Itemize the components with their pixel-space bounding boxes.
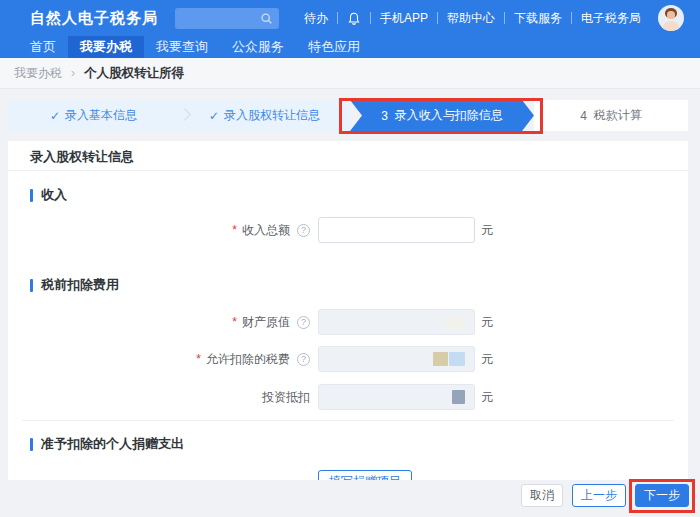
header-top-row: 自然人电子税务局 待办 手机APP 帮助中心 下载服务 电子税务局 — [0, 0, 700, 36]
notification-bell-icon[interactable] — [338, 11, 370, 26]
etax-bureau-link[interactable]: 电子税务局 — [572, 10, 650, 27]
step-4-label: 税款计算 — [594, 107, 642, 124]
prev-step-button[interactable]: 上一步 — [572, 484, 626, 507]
investment-deduction-label-text: 投资抵扣 — [262, 389, 310, 406]
avatar-face — [667, 11, 675, 19]
required-mark: * — [196, 352, 201, 366]
mobile-app-link[interactable]: 手机APP — [371, 10, 437, 27]
breadcrumb-parent[interactable]: 我要办税 — [14, 65, 62, 82]
breadcrumb-separator-icon: › — [71, 66, 75, 80]
property-value-label: * 财产原值 ? — [8, 314, 310, 331]
property-value-input-wrap — [318, 309, 475, 335]
artifact-block — [433, 352, 448, 366]
nav-item-query[interactable]: 我要查询 — [144, 36, 220, 58]
section-accent-bar — [30, 279, 33, 292]
search-box[interactable] — [175, 8, 279, 29]
field-row-property-value: * 财产原值 ? 元 — [8, 309, 688, 335]
required-mark: * — [232, 315, 237, 329]
cancel-button[interactable]: 取消 — [521, 484, 563, 507]
investment-deduction-label: 投资抵扣 — [8, 389, 310, 406]
help-question-icon[interactable]: ? — [297, 224, 310, 237]
step-4-tax-calculation: 4 税款计算 — [534, 100, 688, 131]
app-logo: 自然人电子税务局 — [30, 9, 158, 28]
income-total-input[interactable] — [318, 217, 475, 243]
artifact-block — [449, 352, 465, 366]
search-input[interactable] — [175, 12, 260, 24]
section-deduction-title: 税前扣除费用 — [41, 276, 119, 294]
app-header: 自然人电子税务局 待办 手机APP 帮助中心 下载服务 电子税务局 首页 我要办… — [0, 0, 700, 58]
step-4-number: 4 — [580, 109, 587, 123]
footer-actions: 取消 上一步 下一步 — [521, 484, 689, 507]
fill-donation-button[interactable]: 填写捐赠项目 — [318, 470, 412, 480]
breadcrumb: 我要办税 › 个人股权转让所得 — [0, 58, 700, 89]
step-1-label: 录入基本信息 — [65, 107, 137, 124]
step-wizard: ✓ 录入基本信息 ✓ 录入股权转让信息 3 录入收入与扣除信息 4 税款计算 — [8, 100, 688, 131]
section-accent-bar — [30, 189, 33, 202]
step-2-label: 录入股权转让信息 — [224, 107, 320, 124]
divider — [22, 420, 674, 421]
section-donation-title: 准予扣除的个人捐赠支出 — [41, 435, 184, 453]
section-income-title: 收入 — [41, 186, 67, 204]
form-card: 录入股权转让信息 收入 * 收入总额 ? 元 税前扣除费用 * 财产原值 ? 元 — [8, 141, 688, 480]
next-step-button[interactable]: 下一步 — [635, 484, 689, 507]
step-3-number: 3 — [381, 109, 388, 123]
required-mark: * — [232, 223, 237, 237]
nav-item-public-service[interactable]: 公众服务 — [220, 36, 296, 58]
income-total-unit: 元 — [481, 222, 493, 239]
nav-item-do-tax[interactable]: 我要办税 — [68, 36, 144, 58]
artifact-block — [445, 315, 465, 330]
todo-link[interactable]: 待办 — [295, 10, 337, 27]
nav-item-featured[interactable]: 特色应用 — [296, 36, 372, 58]
user-avatar[interactable] — [658, 5, 684, 31]
section-accent-bar — [30, 438, 33, 451]
allowed-tax-input-wrap — [318, 346, 475, 372]
download-service-link[interactable]: 下载服务 — [505, 10, 571, 27]
main-nav: 首页 我要办税 我要查询 公众服务 特色应用 — [0, 36, 700, 58]
section-pre-tax-deduction: 税前扣除费用 — [30, 276, 688, 294]
breadcrumb-current: 个人股权转让所得 — [84, 65, 184, 82]
artifact-block — [452, 390, 465, 404]
section-donation: 准予扣除的个人捐赠支出 — [30, 435, 688, 453]
step-1-basic-info[interactable]: ✓ 录入基本信息 — [8, 100, 179, 131]
check-icon: ✓ — [209, 109, 219, 123]
allowed-tax-label: * 允许扣除的税费 ? — [8, 351, 310, 368]
step-3-label: 录入收入与扣除信息 — [395, 107, 503, 124]
field-row-allowed-tax: * 允许扣除的税费 ? 元 — [8, 346, 688, 372]
allowed-tax-label-text: 允许扣除的税费 — [206, 351, 290, 368]
step-3-income-deduction: 3 录入收入与扣除信息 — [350, 100, 534, 131]
next-step-wrapper: 下一步 — [635, 484, 689, 507]
step-2-transfer-info[interactable]: ✓ 录入股权转让信息 — [179, 100, 350, 131]
avatar-body — [663, 21, 679, 31]
check-icon: ✓ — [50, 109, 60, 123]
property-value-unit: 元 — [481, 314, 493, 331]
step-3-wrapper: 3 录入收入与扣除信息 — [350, 100, 534, 131]
search-icon[interactable] — [260, 12, 279, 25]
section-income: 收入 — [30, 186, 688, 204]
completed-steps-strip: ✓ 录入基本信息 ✓ 录入股权转让信息 — [8, 100, 350, 131]
income-total-label-text: 收入总额 — [242, 222, 290, 239]
nav-item-home[interactable]: 首页 — [18, 36, 68, 58]
help-question-icon[interactable]: ? — [297, 353, 310, 366]
allowed-tax-unit: 元 — [481, 351, 493, 368]
investment-deduction-input-wrap — [318, 384, 475, 410]
help-question-icon[interactable]: ? — [297, 316, 310, 329]
income-total-input-wrap — [318, 217, 475, 243]
field-row-investment-deduction: 投资抵扣 元 — [8, 384, 688, 410]
property-value-label-text: 财产原值 — [242, 314, 290, 331]
form-title: 录入股权转让信息 — [8, 141, 688, 171]
help-center-link[interactable]: 帮助中心 — [438, 10, 504, 27]
field-row-income-total: * 收入总额 ? 元 — [8, 217, 688, 243]
income-total-label: * 收入总额 ? — [8, 222, 310, 239]
investment-deduction-unit: 元 — [481, 389, 493, 406]
